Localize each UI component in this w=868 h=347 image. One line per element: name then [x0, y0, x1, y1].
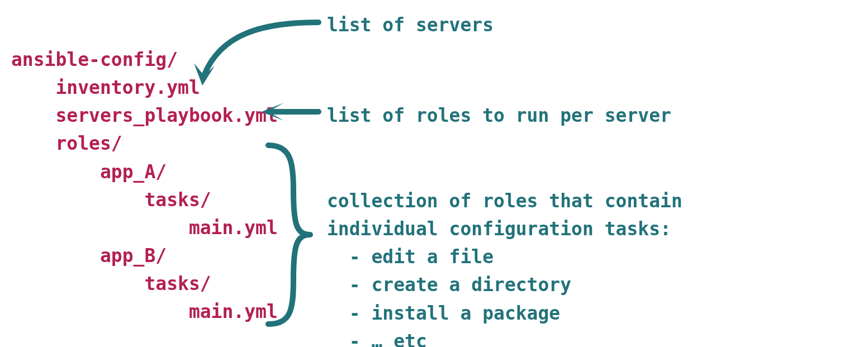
- tree-line: main.yml: [11, 298, 278, 326]
- tree-line: main.yml: [11, 214, 278, 242]
- annotation-list-of-servers: list of servers: [327, 11, 494, 39]
- diagram-stage: ansible-config/ inventory.yml servers_pl…: [0, 0, 868, 347]
- tree-line: inventory.yml: [11, 74, 278, 102]
- tree-line: tasks/: [11, 186, 278, 214]
- tree-line: tasks/: [11, 270, 278, 298]
- annot3-line: individual configuration tasks:: [327, 215, 682, 243]
- tree-line: ansible-config/: [11, 46, 278, 74]
- annot3-line: collection of roles that contain: [327, 187, 682, 215]
- annot3-item: - install a package: [327, 300, 682, 327]
- file-tree: ansible-config/ inventory.yml servers_pl…: [11, 46, 278, 326]
- annot3-item: - edit a file: [327, 243, 682, 271]
- annotation-list-of-roles: list of roles to run per server: [327, 102, 671, 130]
- tree-line: roles/: [11, 130, 278, 158]
- annot3-item: - … etc: [327, 327, 682, 347]
- tree-line: app_A/: [11, 158, 278, 186]
- tree-line: app_B/: [11, 242, 278, 270]
- annot3-item: - create a directory: [327, 271, 682, 299]
- tree-line: servers_playbook.yml: [11, 102, 278, 130]
- annotation-roles-collection: collection of roles that containindividu…: [327, 187, 682, 347]
